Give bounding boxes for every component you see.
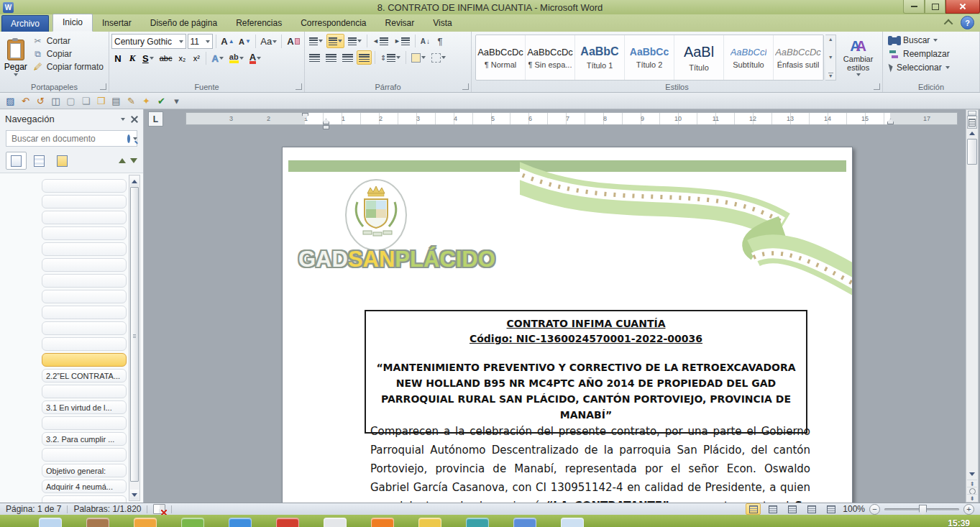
taskbar-app-icon[interactable]	[276, 518, 299, 527]
format-painter-button[interactable]: 🖉 Copiar formato	[29, 61, 106, 73]
maximize-button[interactable]	[925, 0, 945, 14]
nav-heading-item[interactable]	[42, 179, 127, 193]
nav-heading-item[interactable]	[42, 211, 127, 224]
word-count[interactable]: Palabras: 1/1.820	[73, 504, 141, 514]
zoom-out-button[interactable]: −	[869, 504, 880, 515]
increase-indent-button[interactable]: ►	[392, 34, 412, 48]
tab-inicio[interactable]: Inicio	[52, 14, 93, 32]
tab-vista[interactable]: Vista	[423, 15, 461, 32]
collapse-ribbon-button[interactable]	[943, 17, 956, 28]
word-app-icon[interactable]: W	[3, 2, 14, 13]
pane-options-caret[interactable]	[121, 118, 125, 121]
qat-button[interactable]: ▤	[109, 94, 123, 107]
contract-paragraph[interactable]: Comparecen a la celebración del presente…	[370, 422, 810, 503]
multilevel-list-button[interactable]	[346, 34, 364, 48]
previous-heading-button[interactable]	[119, 158, 126, 163]
font-family-select[interactable]: Century Gothic	[111, 34, 186, 49]
show-marks-button[interactable]: ¶	[434, 34, 447, 48]
document-canvas[interactable]: GADSANPLÁCIDO CONTRATO INFIMA CUANTÍA Có…	[144, 128, 964, 503]
tab-archivo[interactable]: Archivo	[1, 15, 49, 32]
style-gallery-item[interactable]: AaBbC Título 1	[575, 35, 625, 80]
next-heading-button[interactable]	[130, 158, 137, 163]
page-indicator[interactable]: Página: 1 de 7	[6, 504, 61, 514]
navigation-scrollbar[interactable]	[129, 175, 140, 501]
nav-heading-item[interactable]	[42, 337, 127, 351]
borders-button[interactable]	[429, 50, 448, 65]
nav-heading-item[interactable]	[42, 321, 127, 335]
vertical-scrollbar[interactable]: ⇞ ⇟	[966, 109, 979, 503]
print-layout-view-button[interactable]	[746, 503, 761, 515]
tab-correspondencia[interactable]: Correspondencia	[291, 15, 375, 32]
dialog-launcher-parrafo[interactable]	[462, 83, 469, 90]
taskbar-app-icon[interactable]	[229, 518, 252, 527]
search-options-caret[interactable]	[133, 137, 137, 140]
bold-button[interactable]: N	[111, 51, 124, 65]
ruler-toggle-button[interactable]	[967, 116, 977, 129]
tab-stop-selector[interactable]: L	[148, 111, 163, 127]
outline-view-button[interactable]	[804, 503, 819, 515]
document-page[interactable]: GADSANPLÁCIDO CONTRATO INFIMA CUANTÍA Có…	[282, 147, 853, 503]
nav-tab-headings[interactable]	[6, 152, 27, 170]
shading-button[interactable]	[409, 50, 428, 65]
taskbar-app-icon[interactable]	[39, 518, 62, 527]
tab-insertar[interactable]: Insertar	[93, 15, 141, 32]
qat-button[interactable]: ▾	[170, 94, 183, 107]
subscript-button[interactable]: x₂	[175, 51, 188, 65]
style-gallery-item[interactable]: AaBl Título	[674, 35, 724, 80]
style-gallery-item[interactable]: AaBbCcl Subtítulo	[724, 35, 774, 80]
nav-heading-item[interactable]	[42, 416, 127, 430]
qat-button[interactable]: ↶	[19, 94, 32, 107]
find-button[interactable]: Buscar	[885, 35, 977, 46]
taskbar-app-icon[interactable]	[181, 518, 204, 527]
paste-button[interactable]: Pegar	[2, 34, 29, 81]
full-screen-reading-button[interactable]	[765, 503, 780, 515]
style-gallery-item[interactable]: AaBbCc Título 2	[625, 35, 674, 80]
split-handle[interactable]	[968, 111, 976, 116]
style-gallery-item[interactable]: AaBbCcDc ¶ Sin espa...	[526, 35, 575, 80]
web-layout-button[interactable]	[784, 503, 800, 515]
minimize-button[interactable]	[903, 0, 925, 14]
scroll-up-button[interactable]	[967, 129, 977, 138]
strikethrough-button[interactable]: abc	[157, 51, 175, 65]
copy-button[interactable]: ⧉ Copiar	[29, 48, 106, 60]
search-input[interactable]	[10, 133, 124, 145]
nav-heading-item[interactable]	[42, 274, 127, 288]
qat-button[interactable]: ❒	[94, 94, 108, 107]
underline-button[interactable]: S	[140, 51, 156, 65]
zoom-level[interactable]: 100%	[843, 504, 865, 514]
scroll-thumb[interactable]	[967, 139, 977, 165]
zoom-in-button[interactable]: +	[963, 504, 974, 515]
taskbar-app-icon[interactable]	[86, 518, 109, 527]
nav-heading-item[interactable]: Objetivo general:	[42, 464, 127, 477]
shrink-font-button[interactable]: A▼	[237, 35, 253, 49]
horizontal-ruler[interactable]: 321 123456789101112131415 17	[186, 112, 958, 125]
select-button[interactable]: Seleccionar	[885, 62, 977, 73]
align-center-button[interactable]	[324, 50, 339, 65]
justify-button[interactable]	[357, 50, 372, 65]
scroll-down-button[interactable]	[967, 469, 977, 479]
document-search-box[interactable]	[6, 130, 137, 147]
styles-more-button[interactable]: ▼	[828, 73, 833, 78]
qat-button[interactable]: ↺	[34, 94, 47, 107]
clear-formatting-button[interactable]: A	[285, 35, 302, 49]
nav-tab-pages[interactable]	[29, 152, 50, 170]
draft-view-button[interactable]	[823, 503, 838, 515]
nav-heading-item[interactable]	[42, 385, 127, 398]
nav-scroll-up-button[interactable]	[130, 176, 139, 186]
taskbar-app-icon[interactable]	[513, 518, 536, 527]
nav-scroll-down-button[interactable]	[130, 490, 139, 500]
bullets-button[interactable]	[307, 34, 325, 48]
text-effects-button[interactable]: A	[209, 51, 225, 65]
search-icon[interactable]	[127, 134, 130, 143]
qat-button[interactable]: ✦	[139, 94, 153, 107]
taskbar-app-icon[interactable]	[466, 518, 489, 527]
nav-heading-item[interactable]	[42, 195, 127, 208]
qat-button[interactable]: ❏	[79, 94, 93, 107]
nav-heading-item[interactable]	[42, 353, 127, 367]
italic-button[interactable]: K	[126, 51, 139, 65]
taskbar-app-icon[interactable]	[134, 518, 157, 527]
next-page-button[interactable]: ⇟	[967, 494, 977, 502]
nav-heading-item[interactable]: Adquirir 4 neumá...	[42, 480, 127, 493]
taskbar-app-icon[interactable]	[371, 518, 394, 527]
nav-scroll-thumb[interactable]	[130, 187, 139, 482]
